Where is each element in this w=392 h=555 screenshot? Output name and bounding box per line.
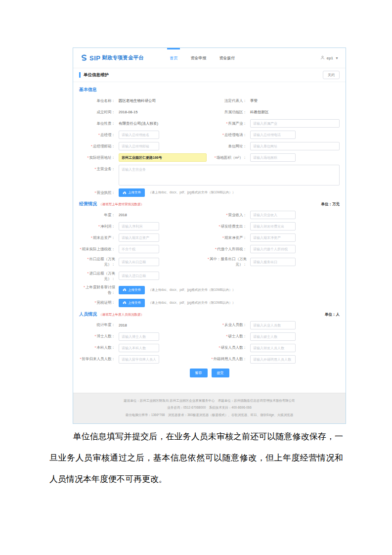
field-label: *代缴个人所得税： [207,246,250,252]
required-asterisk: * [95,300,96,305]
required-asterisk: * [95,345,96,350]
field-label: 成立时间： [79,109,119,115]
text-input[interactable] [119,258,159,266]
required-asterisk: * [215,155,216,160]
nav-item-fund-apply[interactable]: 资金申报 [184,48,213,68]
form-row: *净利润：*研发经费支出： [79,222,340,231]
submit-button[interactable]: 提交 [212,369,229,377]
required-asterisk: * [80,357,82,361]
user-name: ep1 [327,56,333,60]
field-label: *博士人数： [79,333,119,339]
textarea-input[interactable] [119,165,340,185]
field-label: *外籍聘用人员人数： [207,356,250,362]
text-input[interactable] [250,233,296,242]
field-cell: 科教创新区 [250,110,340,115]
upload-button-label: 上传文件 [128,301,141,305]
footer-browser-requirements: 最佳电脑分辨率：1366*768 浏览器要求：360极速浏览器（极速模式）、谷歌… [76,412,343,418]
text-input[interactable] [250,142,340,150]
text-input[interactable] [119,344,159,352]
field-label: *实际经营地址： [79,155,119,160]
text-input[interactable] [119,131,159,139]
text-input[interactable] [250,131,296,139]
required-asterisk: * [95,167,96,171]
required-asterisk: * [80,247,82,251]
field-label: 单位性质： [79,121,119,126]
nav-item-home[interactable]: 首页 [163,48,184,68]
field-cell [250,332,340,341]
required-asterisk: * [226,334,228,338]
required-asterisk: * [226,213,228,217]
field-label: *进口总额（万美元）： [79,271,119,282]
form-row: 单位性质：有限责任公司(法人独资)*所属产业： [79,119,340,128]
field-readonly-value: 园区老地生物科研公司 [119,98,156,103]
text-input[interactable] [250,258,296,266]
required-asterisk: * [215,247,217,251]
nav-item-fund-pay[interactable]: 资金拨付 [213,48,241,68]
app-header: SIP 财政专项资金平台 首页资金申报资金拨付 ep1 ▼ [73,48,346,68]
field-cell: 2018-08-15 [119,110,207,114]
field-label: *营业执照： [79,190,119,195]
text-input[interactable] [119,233,159,242]
field-label: *其中：服务出口（万美元）： [207,256,250,268]
field-cell [119,355,207,364]
field-cell [250,153,340,162]
field-label: *完税证明： [79,300,119,305]
form-row: *出口总额（万美元）：*其中：服务出口（万美元）： [79,256,340,268]
field-readonly-value: 李莹 [250,98,258,103]
logo-text-title: 财政专项资金平台 [102,54,143,61]
text-input[interactable] [250,355,296,364]
required-asterisk: * [84,285,85,289]
field-cell [119,222,207,231]
field-label: *期末总资产： [79,235,119,240]
field-cell: 有限责任公司(法人独资) [119,121,207,126]
text-input[interactable] [250,344,296,352]
required-asterisk: * [219,345,220,350]
page-titlebar: 单位信息维护 关闭 [73,68,346,82]
form-row: 统计年度：2018*从业人员数： [79,321,340,329]
form-row: *进口总额（万美元）： [79,271,340,282]
field-cell: 上传文件（请上传doc、docx、pdf、jpg格式的文件（限10MB以内）） [119,299,340,307]
field-cell [250,321,340,329]
field-cell [119,142,207,150]
text-input[interactable] [119,272,159,280]
form-row: *主营业务： [79,165,340,185]
required-asterisk: * [208,257,209,261]
text-input[interactable] [250,119,340,128]
field-label: 所属功能区： [207,109,250,115]
upload-file-button[interactable]: 上传文件 [119,286,145,294]
app-footer: 建设单位：苏州工业园区财政局 苏州工业园区企业发展服务中心 承建单位：苏州德融嘉… [73,393,346,423]
section-unit: 单位：人 [325,312,340,317]
text-input[interactable] [250,245,296,253]
text-input[interactable] [250,321,296,329]
section-header: 基本信息 [79,87,340,93]
field-cell: 园区老地生物科研公司 [119,98,207,103]
text-input[interactable] [119,153,207,162]
text-input[interactable] [119,222,159,231]
required-asterisk: * [212,357,213,361]
text-input[interactable] [250,211,296,219]
logo-text-sip: SIP [89,54,100,62]
user-menu[interactable]: ep1 ▼ [320,55,339,61]
required-asterisk: * [87,257,89,261]
section-unit: 单位：万元 [321,202,340,207]
upload-file-button[interactable]: 上传文件 [119,299,145,307]
upload-hint: （请上传doc、docx、pdf、jpg格式的文件（限10MB以内）） [148,190,235,195]
text-input[interactable] [119,355,159,364]
save-draft-button[interactable]: 暂存 [190,369,208,377]
form-row: *总经理邮箱：单位网址： [79,142,340,150]
text-input[interactable] [119,245,159,253]
text-input[interactable] [119,142,159,150]
close-button[interactable]: 关闭 [323,71,340,79]
text-input[interactable] [250,222,296,231]
field-cell [119,332,207,341]
text-input[interactable] [250,332,296,341]
field-label: *所属产业： [207,121,250,126]
upload-file-button[interactable]: 上传文件 [119,188,145,197]
text-input[interactable] [250,153,296,162]
field-cell [119,131,207,139]
text-input[interactable] [119,332,159,341]
required-asterisk: * [222,235,224,240]
field-cell [119,233,207,242]
field-label: *上年度财务审计报告： [79,284,119,296]
field-cell [250,355,340,364]
